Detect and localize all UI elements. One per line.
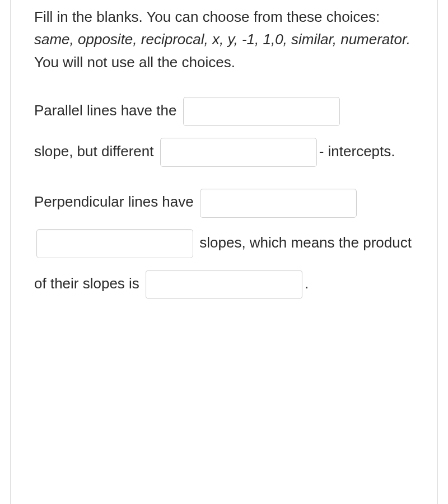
blank-1[interactable] [183,97,340,126]
p2-text-2: slopes, which means the [195,234,359,251]
p1-text-1: Parallel lines have the [34,102,181,119]
blank-4[interactable] [36,229,193,258]
instructions: Fill in the blanks. You can choose from … [34,6,414,73]
blank-5[interactable] [146,270,302,299]
p2-text-4: . [305,275,309,292]
question-card: Fill in the blanks. You can choose from … [10,0,438,504]
blank-3[interactable] [200,189,357,218]
paragraph-1: Parallel lines have the slope, but diffe… [34,90,414,172]
p1-text-2: slope, but different [34,143,158,160]
instructions-prefix: Fill in the blanks. You can choose from … [34,8,380,25]
p2-text-1: Perpendicular lines have [34,193,198,210]
p1-text-4: intercepts. [328,143,395,160]
instructions-choices: same, opposite, reciprocal, x, y, -1, 1,… [34,31,410,48]
p1-text-3: - [319,143,324,160]
paragraph-2: Perpendicular lines have slopes, which m… [34,181,414,304]
instructions-suffix: You will not use all the choices. [34,54,235,71]
blank-2[interactable] [160,138,317,167]
